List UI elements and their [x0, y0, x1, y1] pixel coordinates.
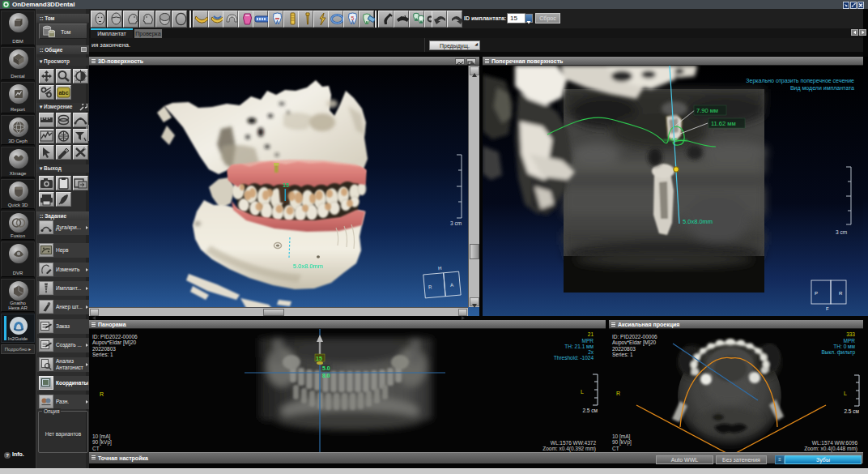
svg-text:5.0: 5.0	[322, 365, 330, 371]
svg-text:H: H	[438, 266, 442, 271]
svg-text:Вид модели имплантата: Вид модели имплантата	[790, 85, 854, 92]
svg-text:5.0x8.0mm: 5.0x8.0mm	[293, 263, 323, 270]
svg-text:Зеркально отразить поперечное: Зеркально отразить поперечное сечение	[746, 78, 854, 84]
svg-text:abc: abc	[58, 90, 68, 96]
svg-text:15: 15	[283, 182, 289, 188]
svg-text:7.90 мм: 7.90 мм	[696, 107, 718, 114]
svg-text:P: P	[815, 291, 818, 296]
svg-text:8.0: 8.0	[322, 373, 330, 378]
svg-text:R: R	[428, 284, 433, 289]
svg-text:15: 15	[316, 356, 322, 361]
svg-text:F: F	[826, 306, 829, 311]
svg-text:4.6: 4.6	[670, 137, 678, 142]
svg-text:5.0x8.0mm: 5.0x8.0mm	[683, 218, 713, 225]
svg-text:3 cm: 3 cm	[836, 229, 847, 235]
svg-text:R: R	[839, 291, 843, 296]
svg-text:3 cm: 3 cm	[450, 220, 462, 226]
svg-text:5: 5	[351, 15, 355, 21]
svg-text:A: A	[450, 283, 454, 288]
svg-text:11.62 мм: 11.62 мм	[711, 120, 736, 127]
